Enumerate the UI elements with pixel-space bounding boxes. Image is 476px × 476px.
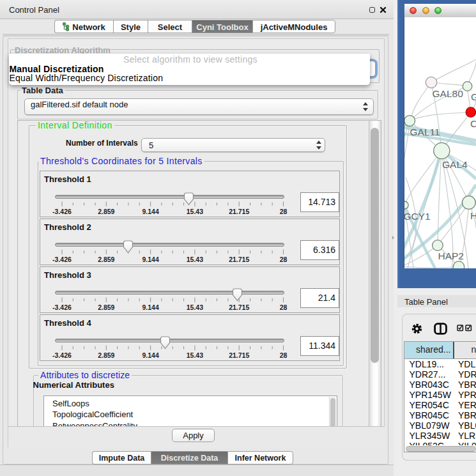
- svg-text:HAP2: HAP2: [438, 250, 464, 261]
- svg-text:GAL4: GAL4: [442, 159, 468, 170]
- svg-text:GA: GA: [471, 91, 476, 102]
- svg-text:H: H: [470, 210, 476, 221]
- svg-text:C: C: [470, 118, 476, 129]
- svg-text:GCY1: GCY1: [404, 211, 431, 222]
- svg-text:GAL80: GAL80: [433, 88, 464, 99]
- svg-text:GAL11: GAL11: [410, 127, 440, 137]
